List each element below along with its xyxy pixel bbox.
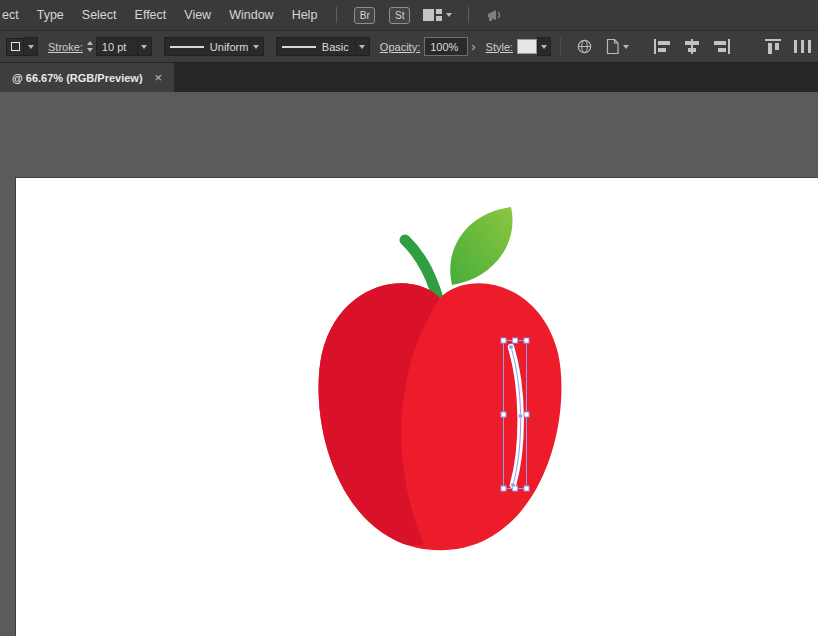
opacity-expand-button[interactable]: › (471, 39, 475, 54)
style-label[interactable]: Style: (486, 41, 514, 53)
opacity-label[interactable]: Opacity: (380, 41, 420, 53)
brush-chevron[interactable] (356, 37, 370, 56)
document-setup-button[interactable] (605, 38, 629, 55)
menu-type[interactable]: Type (28, 0, 73, 30)
control-bar: Stroke: 10 pt Uniform Basic Opacity: 100… (0, 30, 818, 63)
selection-handle[interactable] (501, 486, 506, 491)
stroke-weight-stepper[interactable] (87, 41, 93, 52)
document-tab[interactable]: @ 66.67% (RGB/Preview) × (0, 63, 174, 92)
selection-handle[interactable] (513, 338, 518, 343)
width-profile-value: Uniform (210, 41, 249, 53)
menu-window[interactable]: Window (220, 0, 282, 30)
share-feedback-button[interactable] (485, 8, 505, 23)
chevron-down-icon (141, 45, 147, 49)
brush-dropdown[interactable]: Basic (276, 37, 356, 56)
stock-icon[interactable]: St (389, 7, 410, 24)
menu-bar: ect Type Select Effect View Window Help … (0, 0, 818, 30)
close-icon[interactable]: × (155, 71, 163, 84)
style-swatch[interactable] (517, 39, 537, 54)
apple-leaf[interactable] (450, 207, 512, 285)
apple-artwork[interactable] (290, 195, 580, 555)
illustrator-window: ect Type Select Effect View Window Help … (0, 0, 818, 636)
fill-swatch-dropdown[interactable] (6, 37, 38, 56)
chevron-down-icon (541, 45, 547, 49)
menu-separator (336, 7, 337, 23)
share-feedback-icon (485, 8, 505, 23)
stroke-weight-chevron[interactable] (138, 37, 152, 56)
chevron-down-icon (446, 13, 452, 17)
stroke-label[interactable]: Stroke: (48, 41, 83, 53)
basic-brush-line-icon (282, 46, 316, 48)
menu-select[interactable]: Select (73, 0, 126, 30)
menu-object[interactable]: ect (0, 0, 28, 30)
distribute-icon[interactable] (792, 38, 812, 55)
document-globe-icon (576, 38, 593, 55)
chevron-down-icon (359, 45, 365, 49)
stepper-down-icon (87, 48, 93, 52)
width-profile-chevron[interactable] (250, 37, 264, 56)
width-profile-dropdown[interactable]: Uniform (164, 37, 250, 56)
stepper-up-icon (87, 41, 93, 45)
document-tab-bar: @ 66.67% (RGB/Preview) × (0, 63, 818, 92)
chevron-down-icon (623, 45, 629, 49)
bridge-icon[interactable]: Br (354, 7, 375, 24)
chevron-down-icon (253, 45, 259, 49)
fill-swatch-chevron[interactable] (24, 37, 38, 56)
selection-handle[interactable] (524, 486, 529, 491)
menu-view[interactable]: View (175, 0, 220, 30)
selection-handle[interactable] (524, 338, 529, 343)
menu-separator (468, 7, 469, 23)
style-chevron[interactable] (537, 37, 551, 56)
pasteboard[interactable] (0, 92, 818, 636)
control-separator (560, 37, 561, 57)
align-right-icon[interactable] (711, 38, 731, 55)
anchor-point[interactable] (519, 414, 523, 418)
align-tools (653, 38, 814, 55)
opacity-input[interactable]: 100% (424, 37, 468, 56)
menu-effect[interactable]: Effect (126, 0, 176, 30)
workspace-switcher-icon (423, 8, 443, 22)
align-center-icon[interactable] (682, 38, 702, 55)
artboard[interactable] (16, 178, 818, 636)
anchor-point[interactable] (511, 483, 515, 487)
stroke-weight-input[interactable]: 10 pt (96, 37, 138, 56)
menu-help[interactable]: Help (283, 0, 327, 30)
workspace-switcher-button[interactable] (423, 8, 452, 22)
brush-value: Basic (322, 41, 349, 53)
uniform-line-icon (170, 46, 204, 48)
selection-handle[interactable] (524, 412, 529, 417)
align-left-icon[interactable] (653, 38, 673, 55)
anchor-point[interactable] (509, 345, 513, 349)
document-tab-title: @ 66.67% (RGB/Preview) (12, 72, 143, 84)
align-top-icon[interactable] (763, 38, 783, 55)
document-setup-icon (605, 38, 620, 55)
document-globe-button[interactable] (576, 38, 593, 55)
fill-swatch[interactable] (6, 38, 24, 56)
selection-handle[interactable] (501, 412, 506, 417)
chevron-down-icon (28, 45, 34, 49)
fill-swatch-color (11, 42, 20, 51)
selection-handle[interactable] (501, 338, 506, 343)
